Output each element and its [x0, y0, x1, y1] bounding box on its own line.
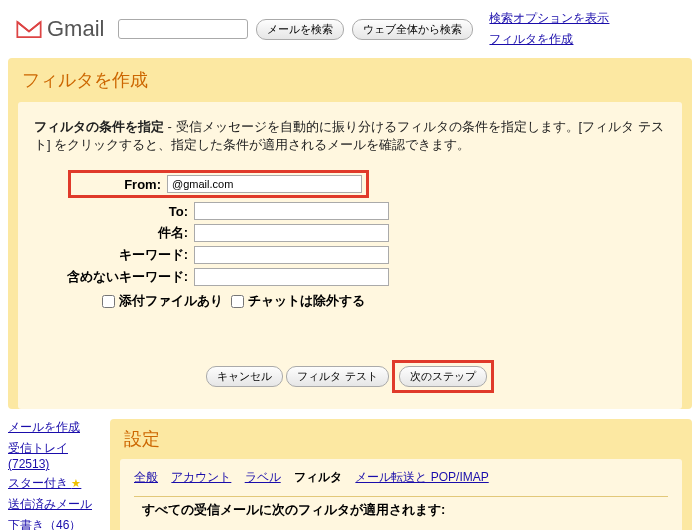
- search-input[interactable]: [118, 19, 248, 39]
- sent-link[interactable]: 送信済みメール: [8, 496, 98, 513]
- subject-input[interactable]: [194, 224, 389, 242]
- tab-account[interactable]: アカウント: [171, 470, 231, 484]
- to-input[interactable]: [194, 202, 389, 220]
- settings-tabs: 全般 アカウント ラベル フィルタ メール転送と POP/IMAP: [134, 469, 668, 486]
- keyword-input[interactable]: [194, 246, 389, 264]
- starred-link[interactable]: スター付き ★: [8, 475, 98, 492]
- cancel-button[interactable]: キャンセル: [206, 366, 283, 387]
- filter-test-button[interactable]: フィルタ テスト: [286, 366, 388, 387]
- exclude-input[interactable]: [194, 268, 389, 286]
- panel-description: フィルタの条件を指定 - 受信メッセージを自動的に振り分けるフィルタの条件を指定…: [34, 118, 666, 154]
- keyword-label: キーワード:: [34, 246, 194, 264]
- inbox-link[interactable]: 受信トレイ(72513): [8, 440, 98, 471]
- tab-label[interactable]: ラベル: [245, 470, 281, 484]
- exclude-chat-checkbox[interactable]: [231, 295, 244, 308]
- next-step-button[interactable]: 次のステップ: [399, 366, 487, 387]
- exclude-chat-label: チャットは除外する: [248, 292, 365, 310]
- gmail-logo: Gmail: [15, 16, 104, 42]
- tab-general[interactable]: 全般: [134, 470, 158, 484]
- subject-label: 件名:: [34, 224, 194, 242]
- search-web-button[interactable]: ウェブ全体から検索: [352, 19, 473, 40]
- sidebar: メールを作成 受信トレイ(72513) スター付き ★ 送信済みメール 下書き（…: [8, 419, 98, 530]
- compose-link[interactable]: メールを作成: [8, 419, 98, 436]
- search-mail-button[interactable]: メールを検索: [256, 19, 344, 40]
- show-search-options-link[interactable]: 検索オプションを表示: [489, 10, 609, 27]
- exclude-label: 含めないキーワード:: [34, 268, 194, 286]
- from-label: From:: [75, 177, 167, 192]
- logo-text: Gmail: [47, 16, 104, 42]
- drafts-link[interactable]: 下書き（46）: [8, 517, 98, 530]
- attachment-label: 添付ファイルあり: [119, 292, 223, 310]
- tab-forward[interactable]: メール転送と POP/IMAP: [355, 470, 488, 484]
- settings-title: 設定: [110, 419, 692, 459]
- create-filter-link[interactable]: フィルタを作成: [489, 31, 609, 48]
- tab-filter[interactable]: フィルタ: [294, 470, 342, 484]
- applied-filters-heading: すべての受信メールに次のフィルタが適用されます:: [134, 496, 668, 523]
- from-input[interactable]: [167, 175, 362, 193]
- star-icon: ★: [71, 477, 81, 489]
- panel-title: フィルタを作成: [8, 58, 692, 102]
- attachment-checkbox[interactable]: [102, 295, 115, 308]
- to-label: To:: [34, 204, 194, 219]
